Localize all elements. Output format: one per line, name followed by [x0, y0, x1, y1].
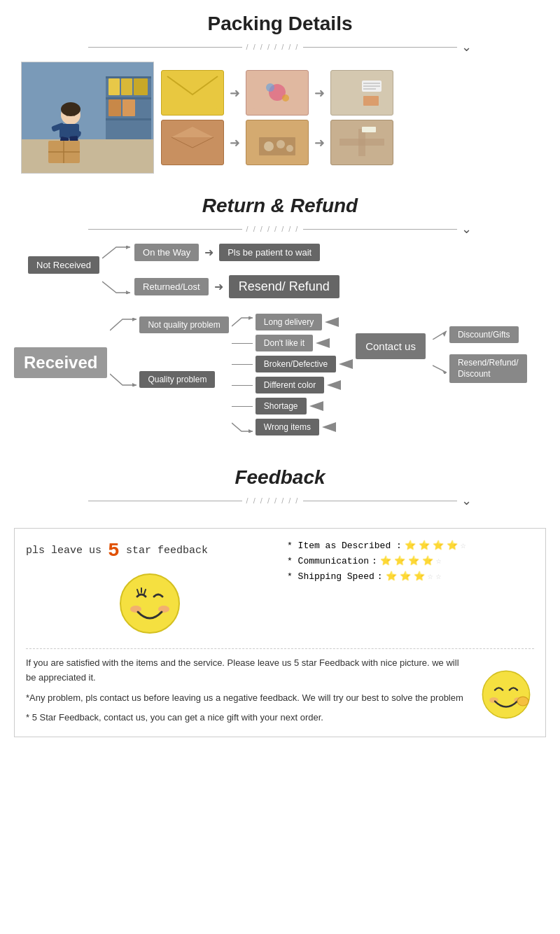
svg-point-61 — [120, 574, 179, 633]
pkg-final — [330, 120, 393, 165]
feedback-header: Feedback — [0, 466, 560, 489]
svg-marker-53 — [316, 338, 330, 348]
warehouse-photo — [21, 62, 154, 174]
svg-rect-9 — [108, 99, 121, 116]
arrow-2: ➜ — [314, 85, 325, 101]
star-c2: ⭐ — [394, 555, 405, 566]
svg-marker-56 — [309, 401, 323, 411]
smiley-bottom — [478, 667, 534, 723]
branch-q-down — [110, 372, 136, 386]
branch-line-up — [102, 246, 130, 260]
svg-rect-6 — [108, 78, 120, 95]
star-s2: ⭐ — [400, 571, 411, 582]
broken-tag: Broken/Defective — [255, 356, 336, 372]
packing-row-1: ➜ ➜ — [161, 70, 539, 116]
star-s-empty2: ☆ — [435, 571, 441, 582]
packing-header: Packing Details — [0, 13, 560, 35]
star-1: ⭐ — [405, 540, 416, 551]
refund-header: Return & Refund — [0, 195, 560, 217]
star-s-empty1: ☆ — [428, 571, 433, 582]
feedback-text3: * 5 Star Feedback, contact us, you can g… — [26, 711, 471, 725]
pkg-stamped — [330, 70, 393, 116]
feedback-left: pls leave us 5 star feedback — [26, 540, 273, 641]
returned-lost-tag: Returned/Lost — [134, 278, 209, 295]
feedback-top: pls leave us 5 star feedback — [26, 540, 534, 641]
feedback-divider: / / / / / / / / ⌄ — [0, 493, 560, 508]
svg-rect-10 — [122, 99, 135, 116]
arrow-1: ➜ — [230, 85, 240, 101]
smiley-face-container — [26, 569, 273, 641]
refund-section: Not Received On the Way ➜ Pls be patient… — [0, 244, 560, 449]
svg-marker-35 — [172, 127, 214, 137]
svg-rect-5 — [106, 118, 151, 120]
on-the-way-row: On the Way ➜ Pls be patient to wait — [102, 244, 340, 261]
star-c-empty: ☆ — [436, 555, 442, 566]
star-c4: ⭐ — [422, 555, 433, 566]
feedback-text2: *Any problem, pls contact us before leav… — [26, 691, 471, 706]
pkg-box-open — [161, 120, 224, 165]
svg-marker-55 — [327, 380, 341, 390]
shipping-row: * Shipping Speed : ⭐ ⭐ ⭐ ☆ ☆ — [287, 571, 534, 582]
packing-row-2: ➜ ➜ — [161, 120, 539, 165]
pkg-filled — [246, 120, 309, 165]
pkg-envelope — [161, 70, 224, 116]
smiley-bottom-container — [478, 667, 534, 725]
svg-point-22 — [74, 114, 76, 116]
svg-marker-54 — [339, 359, 353, 369]
svg-point-27 — [282, 95, 289, 102]
svg-marker-52 — [325, 317, 339, 327]
star-4: ⭐ — [447, 540, 458, 551]
on-the-way-tag: On the Way — [134, 244, 199, 261]
packing-title: Packing Details — [208, 13, 353, 35]
branch-line-down — [102, 280, 130, 294]
svg-point-41 — [276, 140, 285, 148]
svg-point-21 — [66, 114, 69, 116]
arrow-4: ➜ — [314, 135, 325, 151]
refund-divider: / / / / / / / / ⌄ — [0, 221, 560, 237]
contact-us-tag: Contact us — [356, 333, 426, 359]
star-2: ⭐ — [419, 540, 430, 551]
discount-gifts-tag: Discount/Gifts — [449, 326, 519, 343]
communication-row: * Communication : ⭐ ⭐ ⭐ ⭐ ☆ — [287, 555, 534, 566]
star-c1: ⭐ — [380, 555, 391, 566]
packing-flow: ➜ ➜ — [154, 70, 539, 165]
star-empty-1: ☆ — [461, 540, 466, 551]
star-3: ⭐ — [433, 540, 444, 551]
quality-tag: Quality problem — [139, 371, 215, 388]
svg-point-26 — [266, 83, 274, 92]
wrong-items-tag: Wrong items — [255, 419, 319, 435]
feedback-right: * Item as Described : ⭐ ⭐ ⭐ ⭐ ☆ * Commun… — [287, 540, 534, 641]
svg-point-42 — [286, 145, 293, 152]
svg-point-62 — [130, 606, 141, 613]
svg-point-40 — [264, 141, 274, 151]
arrow-3: ➜ — [230, 135, 240, 151]
svg-point-63 — [158, 606, 169, 613]
svg-rect-1 — [22, 139, 154, 174]
feedback-text-block: If you are satisfied with the items and … — [26, 656, 471, 725]
received-tag: Received — [14, 347, 107, 378]
item-described-row: * Item as Described : ⭐ ⭐ ⭐ ⭐ ☆ — [287, 540, 534, 551]
different-color-tag: Different color — [255, 377, 324, 393]
packing-section: ➜ ➜ — [0, 62, 560, 181]
feedback-bottom-row: If you are satisfied with the items and … — [26, 656, 534, 725]
svg-rect-8 — [134, 78, 148, 95]
packing-images: ➜ ➜ — [21, 62, 539, 174]
smiley-face — [115, 569, 185, 639]
svg-rect-33 — [363, 96, 379, 106]
be-patient-tag: Pls be patient to wait — [219, 244, 320, 261]
feedback-text1: If you are satisfied with the items and … — [26, 656, 471, 685]
dotted-divider — [26, 648, 534, 649]
pkg-wrapped — [246, 70, 309, 116]
svg-point-72 — [517, 697, 528, 706]
packing-divider: / / / / / / / / ⌄ — [0, 39, 560, 55]
not-received-tag: Not Received — [28, 256, 99, 274]
pls-leave-text: pls leave us 5 star feedback — [26, 540, 273, 562]
feedback-section: pls leave us 5 star feedback — [0, 515, 560, 751]
dont-like-tag: Don't like it — [255, 335, 313, 351]
shipping-label: * Shipping Speed — [287, 571, 374, 582]
star-s1: ⭐ — [386, 571, 397, 582]
svg-marker-58 — [322, 422, 336, 432]
svg-point-20 — [61, 102, 80, 116]
svg-rect-3 — [106, 76, 151, 78]
branch-nq-up — [110, 318, 136, 332]
